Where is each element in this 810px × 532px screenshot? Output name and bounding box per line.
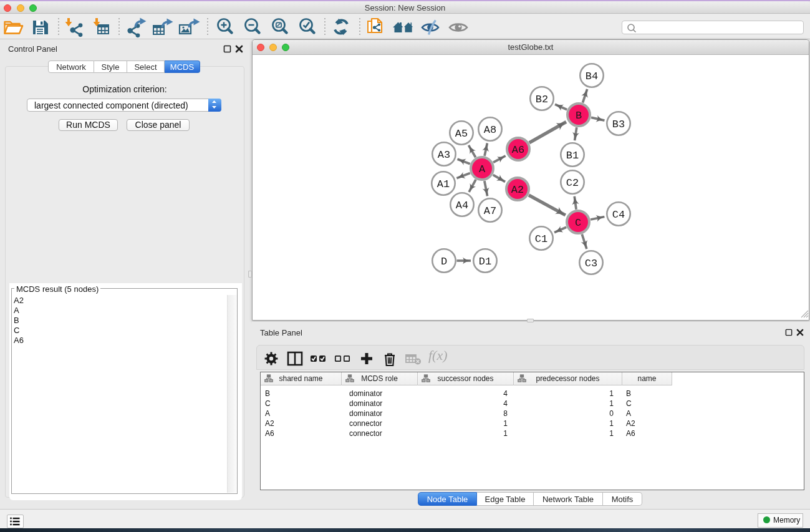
svg-text:A: A bbox=[479, 163, 486, 175]
svg-text:A5: A5 bbox=[455, 128, 468, 140]
svg-text:A3: A3 bbox=[438, 149, 450, 161]
svg-text:D: D bbox=[441, 256, 447, 268]
svg-text:C: C bbox=[575, 217, 581, 229]
svg-text:A7: A7 bbox=[484, 205, 496, 217]
svg-text:B3: B3 bbox=[612, 118, 625, 130]
svg-text:B1: B1 bbox=[566, 150, 579, 162]
svg-text:C4: C4 bbox=[612, 209, 625, 221]
svg-text:C3: C3 bbox=[585, 258, 597, 269]
svg-text:A2: A2 bbox=[511, 184, 524, 196]
svg-text:B2: B2 bbox=[536, 94, 548, 105]
svg-text:A8: A8 bbox=[484, 124, 496, 136]
svg-text:C2: C2 bbox=[566, 177, 579, 189]
svg-text:A1: A1 bbox=[437, 178, 450, 190]
svg-text:B: B bbox=[576, 110, 582, 122]
svg-text:A6: A6 bbox=[512, 144, 524, 156]
svg-text:D1: D1 bbox=[479, 256, 491, 268]
svg-text:B4: B4 bbox=[586, 70, 598, 82]
svg-text:A4: A4 bbox=[456, 200, 468, 211]
svg-text:C1: C1 bbox=[535, 233, 547, 245]
